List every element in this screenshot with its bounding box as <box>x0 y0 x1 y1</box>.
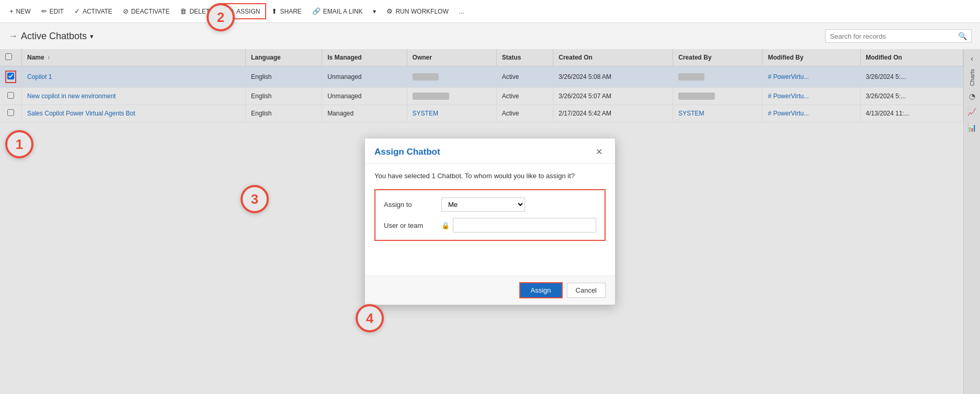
trash-icon: 🗑 <box>180 7 187 15</box>
edit-icon: ✏ <box>41 7 47 15</box>
deactivate-icon: ⊘ <box>123 7 129 15</box>
modal-title: Assign Chatbot <box>374 147 440 157</box>
chevron-down-icon: ▾ <box>373 8 376 15</box>
search-box: 🔍 <box>825 29 972 43</box>
modal-body: You have selected 1 Chatbot. To whom wou… <box>365 164 615 275</box>
delete-button[interactable]: 🗑 DELETE <box>175 4 219 18</box>
modal-header: Assign Chatbot ✕ <box>365 138 615 164</box>
view-header: → Active Chatbots ▾ 🔍 <box>0 23 980 49</box>
lock-icon: 🔒 <box>441 222 450 229</box>
activate-button[interactable]: ✓ ACTIVATE <box>69 4 118 18</box>
email-button[interactable]: 🔗 EMAIL A LINK <box>307 4 368 18</box>
dropdown-chevron-icon[interactable]: ▾ <box>90 32 94 40</box>
search-input[interactable] <box>830 32 955 40</box>
edit-button[interactable]: ✏ EDIT <box>36 4 69 18</box>
assign-button[interactable]: 👥 ASSIGN <box>219 3 266 19</box>
share-icon: ⬆ <box>271 7 277 15</box>
dropdown-arrow[interactable]: ▾ <box>368 5 381 18</box>
modal-assign-button[interactable]: Assign <box>519 282 563 298</box>
toolbar: + NEW ✏ EDIT ✓ ACTIVATE ⊘ DEACTIVATE 🗑 D… <box>0 0 980 23</box>
modal-form: Assign to Me User or team 🔒 <box>374 189 606 241</box>
assign-to-select[interactable]: Me <box>441 198 525 212</box>
modal-cancel-button[interactable]: Cancel <box>567 283 606 298</box>
assign-to-label: Assign to <box>384 201 441 208</box>
assign-to-row: Assign to Me <box>384 198 596 212</box>
plus-icon: + <box>9 7 14 15</box>
user-team-input[interactable] <box>453 218 596 233</box>
deactivate-button[interactable]: ⊘ DEACTIVATE <box>118 4 175 18</box>
user-team-row: User or team 🔒 <box>384 218 596 233</box>
user-team-label: User or team <box>384 222 441 229</box>
share-button[interactable]: ⬆ SHARE <box>266 4 306 18</box>
workflow-icon: ⚙ <box>386 7 393 15</box>
view-title: → Active Chatbots ▾ <box>8 31 94 42</box>
more-button[interactable]: ... <box>454 5 470 18</box>
check-icon: ✓ <box>74 7 80 15</box>
modal-close-button[interactable]: ✕ <box>592 146 606 158</box>
assign-icon: 👥 <box>225 7 234 15</box>
assign-chatbot-modal: Assign Chatbot ✕ You have selected 1 Cha… <box>364 138 616 305</box>
main-area: Name ↑ Language Is Managed Owner Status … <box>0 49 980 394</box>
modal-overlay: Assign Chatbot ✕ You have selected 1 Cha… <box>0 49 980 394</box>
workflow-button[interactable]: ⚙ RUN WORKFLOW <box>381 4 453 18</box>
new-button[interactable]: + NEW <box>4 4 36 18</box>
modal-description: You have selected 1 Chatbot. To whom wou… <box>374 172 606 180</box>
view-title-text: Active Chatbots <box>21 31 87 42</box>
link-icon: 🔗 <box>312 7 321 15</box>
modal-footer: Assign Cancel <box>365 275 615 305</box>
search-icon: 🔍 <box>958 32 967 40</box>
nav-arrow-icon: → <box>8 31 18 42</box>
